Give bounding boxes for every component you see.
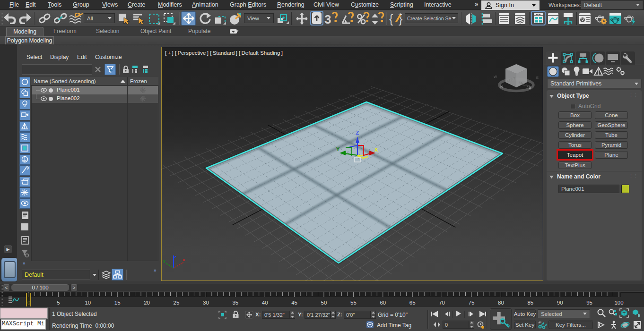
svg-text:Z: Z [356, 130, 359, 136]
svg-text:25: 25 [174, 300, 180, 306]
svg-text:N: N [500, 85, 503, 89]
svg-text:70: 70 [439, 300, 445, 306]
svg-text:5: 5 [57, 300, 60, 306]
svg-text:35: 35 [232, 300, 238, 306]
svg-text:50: 50 [321, 300, 327, 306]
svg-text:{: { [389, 12, 393, 25]
svg-text:y: y [163, 258, 166, 263]
svg-text:45: 45 [291, 300, 297, 306]
svg-text:100: 100 [614, 300, 623, 306]
svg-text:W: W [494, 75, 497, 79]
svg-text:40: 40 [262, 300, 268, 306]
svg-text:85: 85 [527, 300, 533, 306]
svg-text:30: 30 [203, 300, 209, 306]
svg-text:20: 20 [144, 300, 150, 306]
svg-text:Y: Y [336, 146, 340, 152]
svg-text:75: 75 [469, 300, 475, 306]
svg-text:3: 3 [324, 12, 331, 25]
svg-text:15: 15 [114, 300, 121, 306]
svg-text:X: X [374, 147, 378, 153]
svg-text:x: x [183, 257, 185, 262]
svg-text:90: 90 [557, 300, 563, 306]
svg-text:E: E [536, 76, 539, 80]
svg-text:65: 65 [409, 300, 416, 306]
svg-text:55: 55 [350, 300, 357, 306]
svg-text:60: 60 [380, 300, 386, 306]
svg-text:95: 95 [586, 300, 592, 306]
svg-text:z: z [174, 254, 177, 259]
svg-text:80: 80 [498, 300, 504, 306]
svg-text:10: 10 [85, 300, 91, 306]
